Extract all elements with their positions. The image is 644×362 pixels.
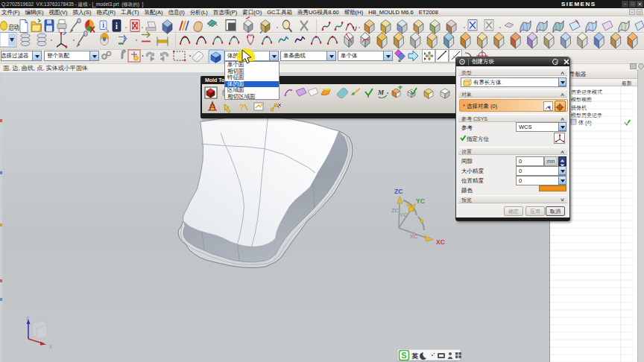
svg-text:ZC: ZC <box>394 188 402 195</box>
svg-text:XC: XC <box>436 238 445 246</box>
svg-text:X: X <box>49 344 53 349</box>
svg-text:S: S <box>401 351 406 360</box>
svg-text:YC: YC <box>400 212 408 218</box>
svg-text:英: 英 <box>411 352 419 360</box>
svg-text:XC: XC <box>410 233 418 240</box>
svg-text:YC: YC <box>416 197 425 205</box>
svg-text:?: ? <box>239 103 244 112</box>
svg-text:启动: 启动 <box>8 23 19 31</box>
svg-text:ZC: ZC <box>391 207 400 214</box>
svg-text:i: i <box>102 21 104 29</box>
svg-text:M: M <box>377 89 385 96</box>
svg-text:Z: Z <box>26 316 29 321</box>
